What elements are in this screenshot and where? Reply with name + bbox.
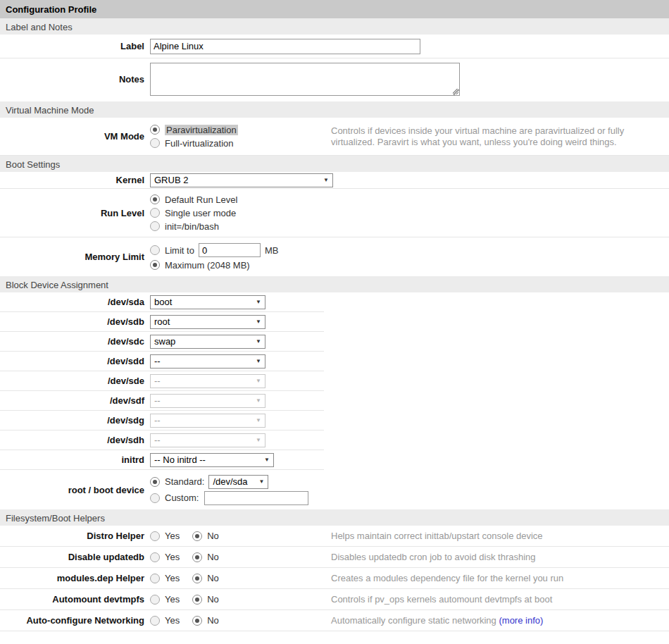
run-level-option-default[interactable]: Default Run Level bbox=[150, 193, 331, 206]
initrd-select[interactable]: -- No initrd -- ▼ bbox=[150, 453, 274, 467]
helper-row-modules-dep: modules.dep Helper Yes No Creates a modu… bbox=[0, 568, 669, 589]
run-level-radio-init-bash[interactable] bbox=[150, 221, 160, 231]
chevron-down-icon: ▼ bbox=[256, 378, 261, 384]
helper-radio-yes[interactable] bbox=[150, 595, 160, 605]
run-level-option-single-user[interactable]: Single user mode bbox=[150, 206, 331, 220]
root-boot-option-custom[interactable]: Custom: bbox=[150, 490, 308, 506]
helper-yes-label: Yes bbox=[165, 594, 180, 605]
helper-label: Distro Helper bbox=[0, 531, 150, 541]
memory-limit-label: Memory Limit bbox=[0, 252, 150, 262]
label-field-cell bbox=[150, 39, 420, 54]
helper-help-text: Creates a modules dependency file for th… bbox=[331, 573, 570, 584]
root-boot-custom-input[interactable] bbox=[204, 491, 308, 505]
memory-limit-option-limit[interactable]: Limit to MB bbox=[150, 242, 278, 259]
helper-radio-no[interactable] bbox=[192, 595, 202, 605]
helper-radio-no[interactable] bbox=[192, 574, 202, 583]
helper-radio-yes[interactable] bbox=[150, 531, 160, 541]
vm-mode-radio-paravirtualization[interactable] bbox=[150, 125, 160, 135]
run-level-option-label: Default Run Level bbox=[165, 194, 237, 205]
helper-option-no[interactable]: No bbox=[192, 593, 219, 606]
helper-radio-no[interactable] bbox=[192, 531, 202, 541]
memory-limit-radio-limit[interactable] bbox=[150, 245, 160, 255]
run-level-radio-single-user[interactable] bbox=[150, 208, 160, 218]
helper-label: Auto-configure Networking bbox=[0, 615, 150, 626]
helper-option-no[interactable]: No bbox=[192, 571, 219, 585]
chevron-down-icon: ▼ bbox=[323, 177, 329, 183]
helper-options: Yes No bbox=[150, 550, 331, 564]
root-boot-standard-select[interactable]: /dev/sda ▼ bbox=[208, 475, 268, 489]
block-device-field-cell: -- ▼ bbox=[150, 394, 331, 408]
block-device-select-sdg: -- ▼ bbox=[150, 414, 265, 428]
section-filesystem-boot-helpers: Filesystem/Boot Helpers bbox=[0, 509, 669, 526]
memory-limit-input[interactable] bbox=[199, 243, 261, 257]
page-title: Configuration Profile bbox=[0, 0, 669, 18]
helper-option-yes[interactable]: Yes bbox=[150, 614, 180, 627]
helper-radio-yes[interactable] bbox=[150, 616, 160, 626]
helper-option-no[interactable]: No bbox=[192, 614, 219, 627]
vm-mode-label: VM Mode bbox=[0, 131, 150, 142]
helper-option-no[interactable]: No bbox=[192, 550, 219, 564]
vm-mode-help-text: Controls if devices inside your virtual … bbox=[331, 125, 669, 148]
helper-no-label: No bbox=[207, 552, 219, 562]
more-info-link[interactable]: (more info) bbox=[499, 615, 543, 626]
helper-option-yes[interactable]: Yes bbox=[150, 593, 180, 606]
block-device-select-value: -- bbox=[154, 376, 161, 386]
helper-option-yes[interactable]: Yes bbox=[150, 571, 180, 585]
vm-mode-option-paravirtualization[interactable]: Paravirtualization bbox=[150, 123, 331, 137]
vm-mode-options: Paravirtualization Full-virtualization bbox=[150, 123, 331, 150]
notes-textarea[interactable] bbox=[150, 63, 460, 96]
initrd-select-value: -- No initrd -- bbox=[154, 454, 206, 465]
block-device-select-sda[interactable]: boot ▼ bbox=[150, 295, 265, 309]
vm-mode-option-label: Paravirtualization bbox=[165, 125, 238, 135]
section-block-device-assignment: Block Device Assignment bbox=[0, 276, 669, 292]
helper-label: Disable updatedb bbox=[0, 552, 150, 562]
run-level-radio-default[interactable] bbox=[150, 194, 160, 204]
helper-option-yes[interactable]: Yes bbox=[150, 550, 180, 564]
run-level-option-init-bash[interactable]: init=/bin/bash bbox=[150, 220, 331, 233]
label-input[interactable] bbox=[150, 39, 420, 54]
helper-yes-label: Yes bbox=[165, 573, 180, 583]
helper-yes-label: Yes bbox=[165, 531, 180, 541]
helper-help-text: Controls if pv_ops kernels automount dev… bbox=[331, 594, 559, 605]
root-boot-radio-standard[interactable] bbox=[150, 477, 160, 487]
chevron-down-icon: ▼ bbox=[256, 338, 261, 345]
block-device-select-value: root bbox=[154, 316, 170, 327]
memory-limit-option-maximum[interactable]: Maximum (2048 MB) bbox=[150, 259, 278, 272]
block-device-field-cell: root ▼ bbox=[150, 315, 331, 329]
helper-radio-yes[interactable] bbox=[150, 574, 160, 583]
memory-limit-radio-maximum[interactable] bbox=[150, 260, 160, 270]
block-device-label: /dev/sdg bbox=[0, 415, 150, 426]
root-boot-standard-value: /dev/sda bbox=[213, 476, 247, 487]
helper-option-yes[interactable]: Yes bbox=[150, 529, 180, 543]
helper-option-no[interactable]: No bbox=[192, 529, 219, 543]
vm-mode-option-full-virtualization[interactable]: Full-virtualization bbox=[150, 137, 331, 150]
vm-mode-row: VM Mode Paravirtualization Full-virtuali… bbox=[0, 118, 669, 156]
helper-options: Yes No bbox=[150, 593, 331, 606]
helper-options: Yes No bbox=[150, 614, 331, 627]
root-boot-standard-label: Standard: bbox=[165, 476, 204, 487]
helper-radio-no[interactable] bbox=[192, 616, 202, 626]
helper-radio-no[interactable] bbox=[192, 552, 202, 562]
block-device-label: /dev/sdc bbox=[0, 336, 150, 347]
chevron-down-icon: ▼ bbox=[264, 457, 270, 463]
run-level-option-label: Single user mode bbox=[165, 208, 236, 218]
block-device-label: /dev/sdd bbox=[0, 356, 150, 366]
block-device-label: /dev/sdb bbox=[0, 316, 150, 327]
notes-row: Notes bbox=[0, 58, 669, 101]
initrd-row: initrd -- No initrd -- ▼ bbox=[0, 450, 324, 470]
block-device-select-sdc[interactable]: swap ▼ bbox=[150, 335, 265, 349]
initrd-field-cell: -- No initrd -- ▼ bbox=[150, 453, 331, 467]
kernel-select[interactable]: GRUB 2 ▼ bbox=[150, 173, 333, 187]
block-device-select-sdd[interactable]: -- ▼ bbox=[150, 354, 265, 369]
run-level-option-label: init=/bin/bash bbox=[165, 221, 219, 232]
chevron-down-icon: ▼ bbox=[256, 417, 261, 423]
helper-radio-yes[interactable] bbox=[150, 552, 160, 562]
helper-yes-label: Yes bbox=[165, 615, 180, 626]
block-device-select-sdb[interactable]: root ▼ bbox=[150, 315, 265, 329]
root-boot-option-standard[interactable]: Standard: /dev/sda ▼ bbox=[150, 473, 308, 490]
vm-mode-radio-full-virtualization[interactable] bbox=[150, 138, 160, 148]
root-boot-radio-custom[interactable] bbox=[150, 493, 160, 503]
chevron-down-icon: ▼ bbox=[256, 358, 261, 364]
helper-options: Yes No bbox=[150, 529, 331, 543]
block-device-select-sdf: -- ▼ bbox=[150, 394, 265, 408]
